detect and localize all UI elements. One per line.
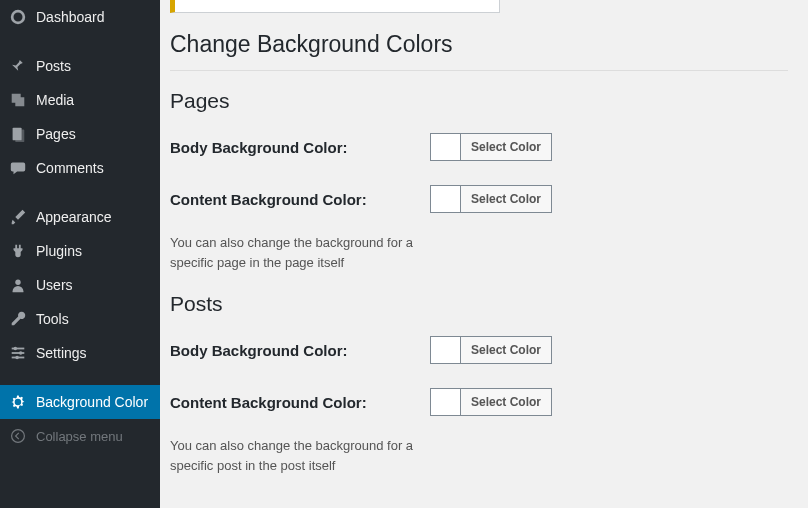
sidebar-item-pages[interactable]: Pages [0, 117, 160, 151]
sidebar-item-label: Background Color [36, 394, 148, 410]
field-label: Content Background Color: [170, 394, 430, 411]
sidebar-item-media[interactable]: Media [0, 83, 160, 117]
sidebar-item-background-color[interactable]: Background Color [0, 385, 160, 419]
sidebar-item-label: Settings [36, 345, 87, 361]
collapse-menu[interactable]: Collapse menu [0, 419, 160, 453]
collapse-icon [8, 426, 28, 446]
pages-content-color-picker[interactable]: Select Color [430, 185, 552, 213]
posts-description: You can also change the background for a… [170, 430, 430, 481]
pages-body-bg-row: Body Background Color: Select Color [170, 123, 788, 175]
pages-content-bg-row: Content Background Color: Select Color [170, 175, 788, 227]
posts-body-color-picker[interactable]: Select Color [430, 336, 552, 364]
menu-separator [0, 190, 160, 195]
svg-point-9 [12, 430, 25, 443]
page-title: Change Background Colors [170, 13, 788, 70]
posts-body-bg-row: Body Background Color: Select Color [170, 326, 788, 378]
sidebar-item-label: Dashboard [36, 9, 105, 25]
divider [170, 70, 788, 71]
sidebar-item-label: Posts [36, 58, 71, 74]
svg-point-7 [19, 351, 23, 355]
dashboard-icon [8, 7, 28, 27]
user-icon [8, 275, 28, 295]
sidebar-item-label: Tools [36, 311, 69, 327]
collapse-label: Collapse menu [36, 429, 123, 444]
svg-point-6 [14, 347, 18, 351]
field-label: Body Background Color: [170, 342, 430, 359]
sidebar-item-users[interactable]: Users [0, 268, 160, 302]
sidebar-item-label: Media [36, 92, 74, 108]
field-label: Content Background Color: [170, 191, 430, 208]
sidebar-item-appearance[interactable]: Appearance [0, 200, 160, 234]
section-heading-posts: Posts [170, 278, 788, 326]
select-color-label: Select Color [461, 389, 551, 415]
field-label: Body Background Color: [170, 139, 430, 156]
sidebar-item-label: Appearance [36, 209, 112, 225]
sidebar-item-tools[interactable]: Tools [0, 302, 160, 336]
color-swatch [431, 389, 461, 415]
notice-stub [170, 0, 500, 13]
select-color-label: Select Color [461, 337, 551, 363]
gear-icon [8, 392, 28, 412]
menu-separator [0, 39, 160, 44]
sidebar-item-label: Plugins [36, 243, 82, 259]
pin-icon [8, 56, 28, 76]
color-swatch [431, 337, 461, 363]
sidebar-item-comments[interactable]: Comments [0, 151, 160, 185]
color-swatch [431, 186, 461, 212]
svg-point-2 [15, 280, 20, 285]
comment-icon [8, 158, 28, 178]
wrench-icon [8, 309, 28, 329]
sidebar-item-dashboard[interactable]: Dashboard [0, 0, 160, 34]
sidebar-item-settings[interactable]: Settings [0, 336, 160, 370]
pages-body-color-picker[interactable]: Select Color [430, 133, 552, 161]
sidebar-item-label: Pages [36, 126, 76, 142]
posts-content-color-picker[interactable]: Select Color [430, 388, 552, 416]
pages-description: You can also change the background for a… [170, 227, 430, 278]
select-color-label: Select Color [461, 134, 551, 160]
sidebar-item-posts[interactable]: Posts [0, 49, 160, 83]
content-area: Change Background Colors Pages Body Back… [160, 0, 808, 508]
brush-icon [8, 207, 28, 227]
sidebar-item-label: Users [36, 277, 73, 293]
posts-content-bg-row: Content Background Color: Select Color [170, 378, 788, 430]
plug-icon [8, 241, 28, 261]
sidebar-item-label: Comments [36, 160, 104, 176]
select-color-label: Select Color [461, 186, 551, 212]
admin-sidebar: Dashboard Posts Media Pages Comments App… [0, 0, 160, 508]
page-icon [8, 124, 28, 144]
svg-point-8 [15, 356, 19, 360]
sliders-icon [8, 343, 28, 363]
section-heading-pages: Pages [170, 75, 788, 123]
menu-separator [0, 375, 160, 380]
media-icon [8, 90, 28, 110]
color-swatch [431, 134, 461, 160]
svg-rect-1 [15, 130, 24, 143]
sidebar-item-plugins[interactable]: Plugins [0, 234, 160, 268]
